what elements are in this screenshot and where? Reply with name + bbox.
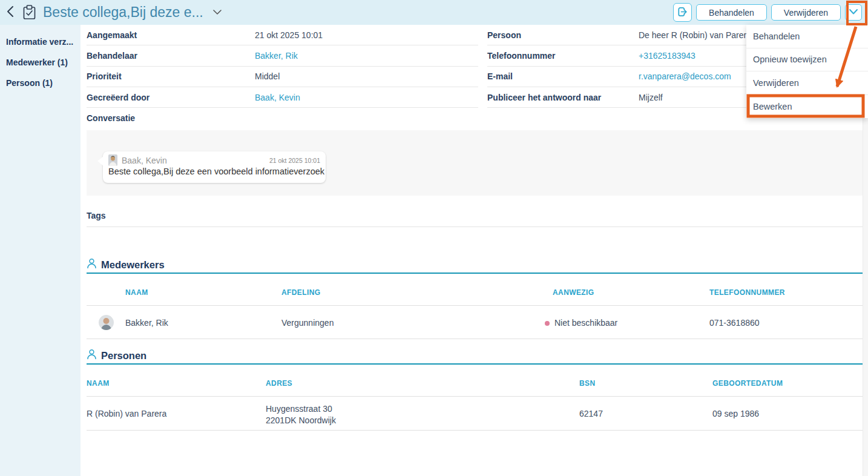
medewerkers-table: NAAM AFDELING AANWEZIG TELEFOONNUMMER Ba… [87,279,863,339]
personen-rule [87,363,863,365]
gecreeerd-door-link[interactable]: Baak, Kevin [255,93,300,102]
personen-heading: Personen [87,349,146,362]
back-button[interactable] [4,4,17,21]
title-dropdown-toggle[interactable] [212,7,223,18]
message-author: Baak, Kevin [122,156,167,165]
conversation-bubble: Baak, Kevin 21 okt 2025 10:01 Beste coll… [103,151,326,183]
adres-line-2: 2201DK Noordwijk [266,415,336,425]
personen-table: NAAM ADRES BSN GEBOORTEDATUM R (Robin) v… [87,369,863,431]
chevron-down-icon [213,8,222,17]
telefoonnummer-link[interactable]: +31625183943 [639,51,695,61]
menu-item-opnieuw-toewijzen[interactable]: Opnieuw toewijzen [746,48,868,72]
tags-label: Tags [87,211,106,220]
adres-line-1: Huygensstraat 30 [266,404,332,414]
column-header-bsn[interactable]: BSN [579,379,596,388]
field-behandelaar: Behandelaar Bakker, Rik [87,45,478,66]
field-gecreeerd-door: Gecreëerd door Baak, Kevin [87,87,478,108]
personen-header-row: NAAM ADRES BSN GEBOORTEDATUM [87,369,863,397]
chevron-left-icon [5,5,16,20]
cell-naam: R (Robin) van Parera [87,409,166,418]
message-text: Beste collega,Bij deze een voorbeeld inf… [108,167,320,176]
sidebar-item-informatie-verzoek[interactable]: Informatie verz... [0,31,81,52]
person-icon [87,349,97,362]
menu-item-bewerken[interactable]: Bewerken [746,95,868,119]
actions-menu: Behandelen Opnieuw toewijzen Verwijderen… [746,25,868,118]
bubble-header: Baak, Kevin 21 okt 2025 10:01 [108,154,320,166]
cell-afdeling: Vergunningen [281,318,334,328]
clipboard-check-icon [22,4,37,21]
field-value: De heer R (Robin) van Parera [639,30,751,40]
field-label: Gecreëerd door [87,93,255,102]
cell-naam: Bakker, Rik [125,318,168,328]
case-detail-page: Beste collega,Bij deze e... Behandelen V… [0,0,868,476]
exit-arrow-icon [677,6,688,19]
chevron-down-icon [849,8,858,17]
section-title: Medewerkers [101,259,165,271]
cell-bsn: 62147 [579,409,603,418]
column-header-naam[interactable]: NAAM [87,379,110,388]
conversation-area: Baak, Kevin 21 okt 2025 10:01 Beste coll… [87,130,863,196]
cell-adres: Huygensstraat 30 2201DK Noordwijk [266,403,336,426]
field-value: 21 okt 2025 10:01 [255,30,323,40]
field-label: Publiceer het antwoord naar [487,93,639,102]
avatar [99,315,114,330]
column-header-adres[interactable]: ADRES [266,379,292,388]
menu-item-verwijderen[interactable]: Verwijderen [746,71,868,95]
menu-item-behandelen[interactable]: Behandelen [746,25,868,48]
column-header-telefoonnummer[interactable]: TELEFOONNUMMER [709,288,785,297]
field-aangemaakt: Aangemaakt 21 okt 2025 10:01 [87,25,478,45]
field-label: Prioriteit [87,71,255,81]
cell-aanwezig: Niet beschikbaar [545,318,617,328]
field-label: Telefoonnummer [487,51,639,61]
verwijderen-button[interactable]: Verwijderen [771,4,841,21]
topbar: Beste collega,Bij deze e... Behandelen V… [0,0,868,25]
column-header-naam[interactable]: NAAM [125,288,148,297]
field-prioriteit: Prioriteit Middel [87,67,478,87]
field-label: Persoon [487,30,639,40]
field-label: Aangemaakt [87,30,255,40]
field-label: Behandelaar [87,51,255,61]
medewerker-row[interactable]: Bakker, Rik Vergunningen Niet beschikbaa… [87,306,863,339]
page-title: Beste collega,Bij deze e... [43,4,203,21]
email-link[interactable]: r.vanparera@decos.com [639,71,731,81]
detail-fields-left: Aangemaakt 21 okt 2025 10:01 Behandelaar… [87,25,478,128]
assign-button[interactable] [673,3,692,22]
sidebar-item-persoon[interactable]: Persoon (1) [0,73,81,93]
avatar [108,154,117,166]
persoon-row[interactable]: R (Robin) van Parera Huygensstraat 30 22… [87,397,863,431]
tags-divider [87,226,863,227]
column-header-geboortedatum[interactable]: GEBOORTEDATUM [712,379,783,388]
status-text: Niet beschikbaar [554,318,617,328]
behandelen-button[interactable]: Behandelen [696,4,767,21]
field-value: Middel [255,71,280,81]
conversatie-label: Conversatie [87,113,255,123]
medewerkers-heading: Medewerkers [87,258,165,271]
cell-geboortedatum: 09 sep 1986 [712,409,759,418]
status-dot [545,321,550,326]
column-header-aanwezig[interactable]: AANWEZIG [553,288,594,297]
sidebar-item-medewerker[interactable]: Medewerker (1) [0,52,81,73]
field-label: E-mail [487,71,639,81]
field-conversatie: Conversatie [87,108,478,128]
cell-telefoonnummer: 071-3618860 [709,318,760,328]
behandelaar-link[interactable]: Bakker, Rik [255,51,298,61]
more-actions-button[interactable] [845,4,862,21]
medewerkers-rule [87,273,863,274]
sidebar: Informatie verz... Medewerker (1) Persoo… [0,25,81,476]
message-timestamp: 21 okt 2025 10:01 [269,157,320,164]
section-title: Personen [101,350,146,362]
column-header-afdeling[interactable]: AFDELING [281,288,321,297]
medewerkers-header-row: NAAM AFDELING AANWEZIG TELEFOONNUMMER [87,279,863,306]
person-icon [87,258,97,271]
field-value: Mijzelf [639,93,663,102]
